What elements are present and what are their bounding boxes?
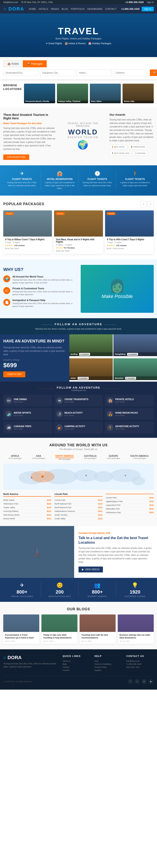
continent-south-america[interactable]: SOUTH AMERICA 1763 packages [130,455,149,460]
adventure-title: HAVE AN ADVENTURE IN MIND? [3,339,66,344]
blog-body-1: Documentation & Travel Experience go in … [3,632,39,644]
topbar-signin[interactable]: Sign In [147,1,154,3]
cat-water-sports[interactable]: 🏄 WATER SPORTS Fly & Travel [3,408,52,420]
blog-card-4[interactable]: Business Settings that can make ideal de… [118,615,154,644]
continent-africa[interactable]: AFRICA 2195 packages [8,455,22,460]
footer-link-careers[interactable]: Careers [62,665,90,669]
blog-card-3[interactable]: Traveling alone with the best recommenda… [80,615,115,644]
adv-card-4[interactable]: Mountain 5 available [113,358,157,382]
location-card-2[interactable]: Pattaya Valley, Thailand [57,84,88,103]
nav-dashboard[interactable]: DASHBOARD [87,8,103,10]
footer-help-privacy[interactable]: Privacy Policy [95,665,122,669]
dest-header-2: Lincoln Park [54,493,103,497]
cat-adventure[interactable]: 🧗 ADVENTURE ACTIVITY Fly & Travel [105,422,154,433]
package-img-1: Popular [3,210,52,237]
cat-fine-dining[interactable]: 🍽 FINE DINING Fly & Travel [3,395,52,406]
footer-link-about[interactable]: About Us [62,659,90,662]
continent-africa-name: AFRICA [8,455,22,457]
nav-home[interactable]: HOME [29,8,36,10]
view-videos-btn[interactable]: VIEW VIDEOS [78,566,103,572]
blog-img-2 [42,615,77,632]
location-card-4[interactable]: Rome, Italy [123,84,154,103]
location-label-1: Pensacola Beach, Florida [24,99,55,103]
packages-prev-arrow[interactable]: ‹ [140,201,147,207]
cat-camping[interactable]: ⛺ CAMPING ACTIVITY Fly & Travel [54,422,103,433]
social-facebook[interactable]: f [128,679,133,684]
topbar-email[interactable]: info@dora.com [3,1,18,3]
blog-card-2[interactable]: Things to take care while Travelling in … [42,615,77,644]
continent-sa-name: SOUTH AMERICA [130,455,149,457]
tab-hotels[interactable]: 🏨 Hotels [3,60,23,67]
cat-private-hotels[interactable]: 🏨 PRIVATE HOTELS Fly & Travel [105,395,154,406]
social-instagram[interactable]: in [141,679,147,684]
social-youtube[interactable]: ▶ [149,679,154,684]
travel-body: Touring had risen since the 1700s, when … [78,547,153,564]
location-card-3[interactable]: Brač, Milna [90,84,121,103]
continent-europe[interactable]: EUROPE 2195 packages [107,455,120,460]
travel-eiffel-image: 🗼 [0,526,74,578]
footer-link-contact[interactable]: Contact [62,669,90,672]
package-card-1[interactable]: Popular A Trip to Bilbao Coast 7 Days 6 … [3,210,52,254]
cat-cruise[interactable]: 🚢 CRUISE TRANSPORTS Fly & Travel [54,395,103,406]
package-days-2: 5 Nights [56,244,63,246]
dest-row-2-6: Credit Valley$215 [54,517,103,521]
cat-beach-activity[interactable]: 🏖 BEACH ACTIVITY Fly & Travel [54,408,103,420]
search-depart[interactable] [40,69,75,76]
adv-card-1[interactable]: Surfing 2 available [69,334,113,358]
nav-hotels[interactable]: HOTELS [38,8,48,10]
stat-4: 💡 1920 Satisfied Listed [116,582,154,597]
stat-number-1: 800+ [5,589,38,595]
search-button[interactable]: 🔍 [150,69,157,76]
nav-blog[interactable]: BLOG [61,8,68,10]
cat-caravan[interactable]: 🚐 CARAVAN TRIPS Fly & Travel [3,422,52,433]
continent-north-america[interactable]: NORTH AMERICA 899 packages [55,455,74,460]
footer-contact-email[interactable]: info@dora.com [126,659,154,662]
hero-title: TRAVEL [58,26,99,36]
blog-img-1 [3,615,39,632]
nav-contact[interactable]: CONTACT [105,8,116,10]
package-price-2: $188 /per head [56,249,101,252]
continent-na-count: 899 packages [55,458,74,460]
caravan-icon: 🚐 [5,424,12,431]
package-cards: Popular A Trip to Bilbao Coast 7 Days 6 … [3,210,154,254]
footer-link-blog[interactable]: Blog [62,662,90,665]
blog-title-2: Things to take care while Travelling in … [43,633,76,639]
package-card-3[interactable]: Popular A Trip to Hills Coast 7 Days 5 N… [105,210,154,254]
tab-packages[interactable]: 📦 Packages [23,60,47,67]
social-twitter[interactable]: t [134,679,140,684]
footer-help-faq[interactable]: FAQ [95,659,122,662]
adv-label-3: Safari 3 available [69,376,113,380]
header-signin-btn[interactable]: Sign In [142,7,154,11]
nav-portfolio[interactable]: PORTFOLIO [71,8,85,10]
footer-help-terms[interactable]: Terms & Conditions [95,662,122,665]
dest-row-1-5: Walt Disney World$215 [3,513,51,517]
footer-contact-phone[interactable]: +1-800-305-3326 [126,662,154,665]
why-desc-3: Touring had risen since the 1700s, when … [12,302,76,308]
adv-card-2[interactable]: Paragliding 4 available [113,334,157,358]
join-adventure-btn[interactable]: JOIN ADVENTURE [3,154,29,160]
video-btn-label: VIEW VIDEOS [85,568,99,571]
about-subtitle: Better Travel Packages For Any other [3,122,56,125]
footer-links-title: QUICK LINKS [62,655,90,657]
adv-card-3[interactable]: Safari 3 available [69,358,113,382]
continent-asia[interactable]: ASIA 1763 packages [32,455,45,460]
search-hotels[interactable] [77,69,111,76]
stats-strip: ✈ 800+ Travel Packages 😊 200 Destination… [0,578,157,602]
package-card-2[interactable]: Popular Visit Maui, Kauai and in 5 Night… [54,210,103,254]
footer-logo: ○ DORA [3,655,58,660]
start-trip-btn[interactable]: START A TRIP [3,371,25,377]
svg-point-6 [132,476,145,485]
why-desc-1: Touring had risen since the 1700s, when … [12,279,76,284]
blog-card-1[interactable]: Documentation & Travel Experience go in … [3,615,39,644]
dest-row-3-3: Logansland Park$215 [106,503,154,507]
flight-icon: ✈ [5,171,38,177]
about-left: Them Best Greatest Tourism Is Right Here… [3,113,56,160]
continent-australia[interactable]: AUSTRALIA 685 packages [84,455,97,460]
footer-help-support[interactable]: Support [95,669,122,672]
search-destination[interactable] [3,69,38,76]
location-card-1[interactable]: Pensacola Beach, Florida [24,84,55,103]
search-children[interactable] [113,69,148,76]
cat-honeymoon[interactable]: 💑 HONEYMOON PACKS Fly & Travel [105,408,154,420]
nav-pages[interactable]: PAGES [51,8,59,10]
packages-next-arrow[interactable]: › [148,201,154,207]
